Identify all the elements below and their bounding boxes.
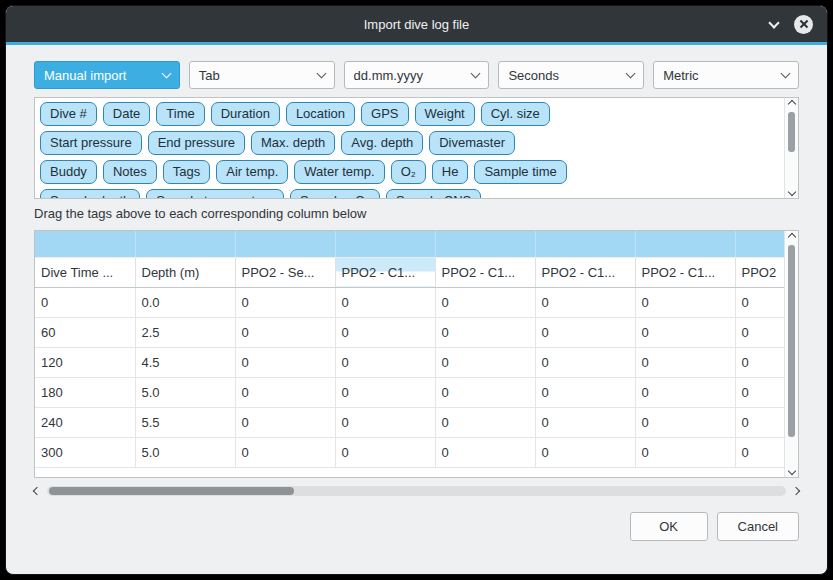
scroll-down-icon[interactable] (787, 467, 795, 475)
column-tag[interactable]: Weight (415, 102, 475, 126)
column-tag[interactable]: Time (156, 102, 204, 126)
table-cell: 0 (435, 347, 535, 377)
column-header[interactable]: PPO2 - C1... (535, 257, 635, 287)
table-cell: 0 (535, 377, 635, 407)
column-tag[interactable]: Divemaster (429, 131, 515, 155)
table-cell: 0 (335, 437, 435, 467)
column-tag[interactable]: Sample temperature (146, 189, 284, 198)
date-format-select[interactable]: dd.mm.yyyy (344, 61, 490, 89)
date-format-value: dd.mm.yyyy (354, 68, 423, 83)
tag-row: Start pressureEnd pressureMax. depthAvg.… (40, 131, 779, 155)
column-drop-target[interactable] (235, 231, 335, 257)
column-tag[interactable]: Notes (103, 160, 157, 184)
units-select[interactable]: Metric (653, 61, 799, 89)
column-tag[interactable]: Dive # (40, 102, 97, 126)
column-drop-target[interactable] (335, 231, 435, 257)
column-tag[interactable]: Max. depth (251, 131, 335, 155)
scroll-down-icon[interactable] (787, 188, 795, 196)
time-units-select[interactable]: Seconds (498, 61, 644, 89)
import-table: Dive Time ...Depth (m)PPO2 - Se...PPO2 -… (35, 231, 784, 468)
horizontal-scrollbar-track[interactable] (47, 486, 786, 496)
column-drop-target[interactable] (135, 231, 235, 257)
table-cell: 0 (735, 377, 784, 407)
column-tag[interactable]: Buddy (40, 160, 97, 184)
chevron-down-icon (316, 69, 326, 79)
column-drop-target[interactable] (535, 231, 635, 257)
column-tag[interactable]: Air temp. (216, 160, 288, 184)
column-tag[interactable]: Sample depth (40, 189, 140, 198)
column-tag[interactable]: Water temp. (294, 160, 384, 184)
chevron-down-icon (781, 69, 791, 79)
scroll-up-icon[interactable] (787, 100, 795, 108)
column-tag[interactable]: O₂ (391, 160, 426, 184)
field-separator-select[interactable]: Tab (189, 61, 335, 89)
import-mode-select[interactable]: Manual import (34, 61, 180, 89)
table-cell: 0 (335, 377, 435, 407)
table-cell: 0 (335, 287, 435, 317)
dialog-buttons: OK Cancel (34, 512, 799, 541)
tag-scrollbar-handle[interactable] (788, 112, 795, 152)
column-header[interactable]: PPO2 - C1... (335, 257, 435, 287)
column-drop-target[interactable] (735, 231, 784, 257)
table-cell: 0 (535, 347, 635, 377)
column-tag[interactable]: End pressure (148, 131, 245, 155)
table-scrollbar[interactable] (784, 231, 798, 477)
ok-button[interactable]: OK (630, 512, 708, 541)
column-tag[interactable]: Avg. depth (341, 131, 423, 155)
table-row: 602.5000000 (35, 317, 784, 347)
column-header[interactable]: Dive Time ... (35, 257, 135, 287)
column-tag[interactable]: Cyl. size (481, 102, 550, 126)
table-cell: 0.0 (135, 287, 235, 317)
column-tag[interactable]: Date (103, 102, 150, 126)
table-cell: 4.5 (135, 347, 235, 377)
table-cell: 0 (235, 287, 335, 317)
table-cell: 0 (235, 377, 335, 407)
horizontal-scrollbar-handle[interactable] (49, 487, 294, 495)
column-tag[interactable]: He (432, 160, 469, 184)
column-header[interactable]: PPO2 - C1... (635, 257, 735, 287)
close-icon[interactable] (794, 15, 813, 34)
tag-list: Dive #DateTimeDurationLocationGPSWeightC… (35, 98, 784, 198)
column-tag[interactable]: Start pressure (40, 131, 142, 155)
tag-scrollbar[interactable] (784, 98, 798, 198)
table-scrollbar-track[interactable] (785, 243, 798, 465)
table-cell: 0 (435, 437, 535, 467)
column-tag[interactable]: Sample CNS (386, 189, 481, 198)
scroll-right-icon[interactable] (792, 487, 800, 495)
tag-row: Sample depthSample temperatureSample pO₂… (40, 189, 779, 198)
column-tag[interactable]: Duration (211, 102, 280, 126)
column-tag[interactable]: Sample time (474, 160, 566, 184)
table-cell: 0 (635, 377, 735, 407)
table-scrollbar-handle[interactable] (788, 245, 795, 437)
table-cell: 0 (535, 317, 635, 347)
column-header[interactable]: PPO2 - C1... (435, 257, 535, 287)
column-tag[interactable]: Location (286, 102, 355, 126)
time-units-value: Seconds (508, 68, 559, 83)
column-drop-target[interactable] (435, 231, 535, 257)
column-drop-target[interactable] (635, 231, 735, 257)
table-cell: 0 (735, 407, 784, 437)
column-tag[interactable]: Tags (163, 160, 210, 184)
column-header[interactable]: PPO2 - Se... (235, 257, 335, 287)
column-tag[interactable]: GPS (361, 102, 408, 126)
horizontal-scrollbar[interactable] (34, 484, 799, 498)
units-value: Metric (663, 68, 698, 83)
table-cell: 0 (635, 437, 735, 467)
table-cell: 300 (35, 437, 135, 467)
table-cell: 0 (435, 407, 535, 437)
tag-scrollbar-track[interactable] (785, 110, 798, 186)
column-drop-target[interactable] (35, 231, 135, 257)
chevron-down-icon (626, 69, 636, 79)
column-tag[interactable]: Sample pO₂ (290, 189, 380, 198)
scroll-left-icon[interactable] (33, 487, 41, 495)
table-row: 2405.5000000 (35, 407, 784, 437)
table-cell: 0 (635, 347, 735, 377)
column-header[interactable]: Depth (m) (135, 257, 235, 287)
scroll-up-icon[interactable] (787, 233, 795, 241)
import-table-frame: Dive Time ...Depth (m)PPO2 - Se...PPO2 -… (34, 230, 799, 478)
titlebar-buttons (770, 6, 813, 42)
field-separator-value: Tab (199, 68, 220, 83)
column-header[interactable]: PPO2 (735, 257, 784, 287)
shade-chevron-down-icon[interactable] (768, 17, 779, 28)
cancel-button[interactable]: Cancel (717, 512, 799, 541)
